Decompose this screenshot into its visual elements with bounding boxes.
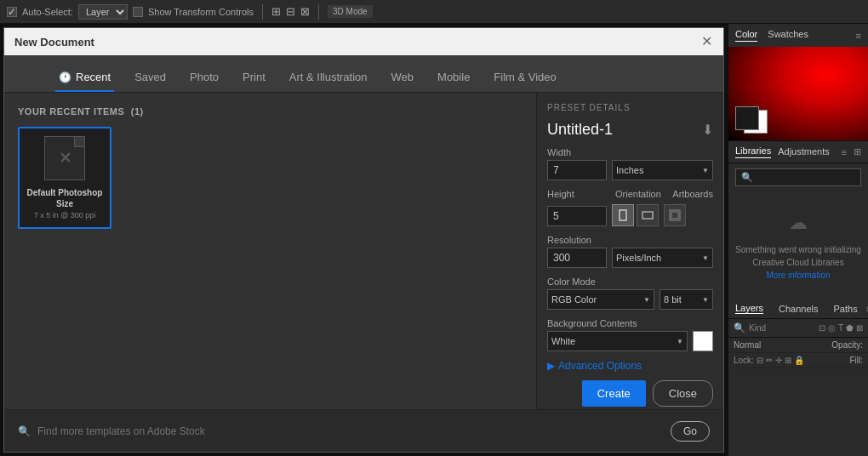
transform-checkbox[interactable]	[133, 7, 143, 17]
action-row: Create Close	[547, 380, 713, 407]
orientation-group	[612, 204, 659, 226]
color-mode-row: RGB Color 8 bit	[547, 289, 713, 310]
advanced-toggle[interactable]: ▶ Advanced Options	[547, 360, 713, 372]
type-icon[interactable]: T	[838, 323, 843, 333]
toolbar-checkbox[interactable]: ✓	[7, 7, 17, 17]
normal-mode-label: Normal	[734, 340, 761, 350]
layers-panel: Layers Channels Paths ≡ 🔍 Kind ⊡ ◎ T ⬟ ⊠…	[728, 299, 868, 456]
libraries-error: ☁ Something went wrong initializing Crea…	[728, 191, 868, 299]
tab-photo[interactable]: Photo	[186, 64, 222, 92]
mode-icon: 3D Mode	[328, 5, 373, 18]
close-button[interactable]: Close	[653, 380, 713, 407]
bg-contents-field: Background Contents White	[547, 318, 713, 351]
artboard-button[interactable]	[664, 204, 686, 226]
dialog-body: YOUR RECENT ITEMS (1) ✕ Default Photosho…	[4, 93, 723, 409]
bg-color-swatch[interactable]	[693, 331, 713, 351]
tab-color[interactable]: Color	[735, 29, 757, 42]
preset-title-row: Untitled-1 ⬇	[547, 121, 713, 139]
toolbar-separator	[262, 4, 263, 20]
recent-item-icon: ✕	[44, 136, 85, 180]
lock-row: Lock: ⊟ ✏ ✛ ⊞ 🔒 Fill:	[728, 353, 868, 368]
adjust-icon[interactable]: ◎	[828, 323, 836, 333]
main-layout: New Document ✕ 🕐 Recent Saved Photo Prin…	[0, 24, 868, 456]
dialog-title: New Document	[14, 36, 94, 48]
lock-label: Lock:	[734, 356, 754, 365]
recent-item-size: 7 x 5 in @ 300 ppi	[34, 211, 96, 219]
pixel-icon[interactable]: ⊡	[819, 323, 825, 333]
resolution-field: Resolution Pixels/Inch	[547, 235, 713, 268]
tab-web[interactable]: Web	[388, 64, 418, 92]
recent-item[interactable]: ✕ Default Photoshop Size 7 x 5 in @ 300 …	[18, 127, 111, 229]
tab-adjustments[interactable]: Adjustments	[778, 146, 830, 158]
toolbar-separator2	[318, 4, 319, 20]
preset-title: Untitled-1	[547, 121, 613, 139]
svg-rect-3	[671, 212, 678, 219]
tab-art[interactable]: Art & Illustration	[286, 64, 371, 92]
color-mode-select[interactable]: RGB Color	[547, 289, 654, 310]
resolution-unit-select[interactable]: Pixels/Inch	[612, 248, 713, 268]
color-panel-tabs: Color Swatches	[735, 29, 808, 42]
align-icon: ⊞	[271, 5, 281, 18]
layer-select[interactable]: Layer	[78, 4, 128, 20]
recent-items-grid: ✕ Default Photoshop Size 7 x 5 in @ 300 …	[18, 127, 523, 229]
chevron-right-icon: ▶	[547, 360, 555, 372]
toolbar: ✓ Auto-Select: Layer Show Transform Cont…	[0, 0, 868, 24]
save-preset-icon[interactable]: ⬇	[702, 122, 713, 138]
dialog-close-button[interactable]: ✕	[700, 35, 713, 48]
color-panel: Color Swatches ≡	[728, 24, 868, 141]
layers-filter-icon: 🔍	[734, 322, 745, 333]
height-input[interactable]	[547, 206, 607, 226]
bit-depth-select[interactable]: 8 bit	[660, 289, 713, 310]
go-button[interactable]: Go	[671, 421, 710, 442]
doc-fold	[74, 137, 84, 147]
color-panel-header: Color Swatches ≡	[728, 24, 868, 47]
tab-layers[interactable]: Layers	[735, 303, 763, 314]
opacity-label: Opacity:	[831, 340, 863, 350]
panel-menu-icon[interactable]: ≡	[856, 31, 861, 41]
tab-paths[interactable]: Paths	[834, 304, 858, 314]
libraries-search-input[interactable]	[757, 173, 855, 182]
width-unit-wrapper: Inches	[612, 160, 713, 180]
foreground-color[interactable]	[735, 106, 759, 130]
tab-libraries[interactable]: Libraries	[735, 145, 771, 158]
portrait-button[interactable]	[612, 204, 634, 226]
lock-paint-icon[interactable]: ✏	[766, 356, 773, 365]
dialog-titlebar: New Document ✕	[4, 28, 723, 55]
color-panel-body	[728, 47, 868, 140]
color-mode-field: Color Mode RGB Color 8 bit	[547, 276, 713, 310]
auto-select-item: Auto-Select:	[22, 7, 73, 17]
smart-icon[interactable]: ⊠	[856, 323, 863, 333]
width-unit-select[interactable]: Inches	[612, 160, 713, 180]
landscape-button[interactable]	[637, 204, 659, 226]
lock-all-icon[interactable]: 🔒	[794, 356, 804, 365]
width-input[interactable]	[547, 160, 607, 180]
tab-mobile[interactable]: Mobile	[434, 64, 473, 92]
more-info-link[interactable]: More information	[766, 271, 830, 280]
shape-icon[interactable]: ⬟	[846, 323, 854, 333]
layers-blend-row: Normal Opacity:	[728, 338, 868, 353]
tab-swatches[interactable]: Swatches	[768, 29, 808, 42]
tab-channels[interactable]: Channels	[779, 304, 818, 314]
tab-film[interactable]: Film & Video	[490, 64, 559, 92]
create-button[interactable]: Create	[582, 380, 646, 407]
stock-search-input[interactable]	[37, 425, 664, 437]
tab-saved[interactable]: Saved	[131, 64, 169, 92]
resolution-unit-wrapper: Pixels/Inch	[612, 248, 713, 268]
doc-x-icon: ✕	[59, 149, 71, 168]
bg-contents-select[interactable]: White	[547, 331, 688, 351]
resolution-input[interactable]	[547, 248, 607, 268]
tab-print[interactable]: Print	[239, 64, 269, 92]
preset-panel: PRESET DETAILS Untitled-1 ⬇ Width Inches	[536, 93, 723, 409]
resolution-row: Pixels/Inch	[547, 248, 713, 268]
orientation-label: Orientation	[615, 189, 664, 199]
color-mode-label: Color Mode	[547, 276, 713, 287]
lock-move-icon[interactable]: ✛	[775, 356, 782, 365]
kind-label: Kind	[749, 323, 815, 333]
lock-transparent-icon[interactable]: ⊟	[757, 356, 763, 365]
lock-artboard-icon[interactable]: ⊞	[785, 356, 791, 365]
tab-recent[interactable]: 🕐 Recent	[55, 64, 114, 92]
auto-select-label: Auto-Select:	[22, 7, 73, 17]
width-row: Inches	[547, 160, 713, 180]
libraries-menu-icon[interactable]: ≡	[842, 147, 847, 157]
libraries-grid-icon[interactable]: ⊞	[854, 146, 861, 157]
